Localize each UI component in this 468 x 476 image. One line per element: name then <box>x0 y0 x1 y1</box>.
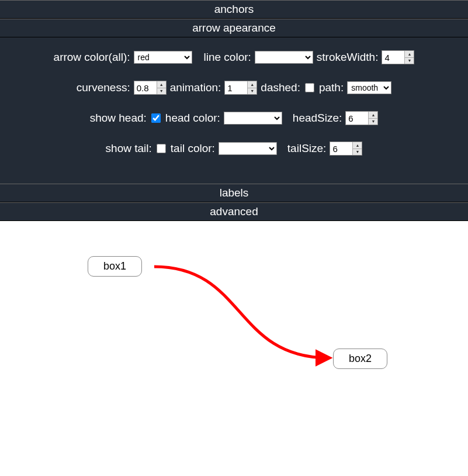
head-size-down[interactable]: ▼ <box>369 119 377 125</box>
tail-size-up[interactable]: ▲ <box>353 142 362 149</box>
row-1: arrow color(all): red line color: stroke… <box>0 50 468 64</box>
arrow-color-select[interactable]: red <box>134 51 192 64</box>
line-color-label: line color: <box>204 51 251 64</box>
animation-spinner[interactable]: ▲ ▼ <box>247 81 256 94</box>
tail-size-input[interactable]: ▲ ▼ <box>330 142 362 156</box>
row-3: show head: head color: headSize: ▲ ▼ <box>0 111 468 125</box>
curveness-down[interactable]: ▼ <box>157 88 166 95</box>
arrow-appearance-body: arrow color(all): red line color: stroke… <box>0 37 468 184</box>
dashed-label: dashed: <box>261 81 300 94</box>
tail-color-select[interactable] <box>219 142 277 155</box>
show-tail-checkbox[interactable] <box>157 144 166 153</box>
head-color-select[interactable] <box>224 112 282 125</box>
stroke-width-up[interactable]: ▲ <box>405 51 414 58</box>
animation-label: animation: <box>170 81 221 94</box>
controls-panel: anchors arrow apearance arrow color(all)… <box>0 0 468 221</box>
arrow-svg <box>0 221 468 455</box>
curveness-field[interactable] <box>134 81 157 94</box>
head-size-up[interactable]: ▲ <box>369 112 377 119</box>
show-head-checkbox[interactable] <box>151 113 161 123</box>
path-label: path: <box>319 81 344 94</box>
section-labels[interactable]: labels <box>0 184 468 202</box>
box1[interactable]: box1 <box>88 256 142 277</box>
dashed-checkbox[interactable] <box>305 83 314 92</box>
head-color-label: head color: <box>165 112 220 125</box>
box2[interactable]: box2 <box>333 349 387 369</box>
stroke-width-label: strokeWidth: <box>317 51 379 64</box>
tail-color-label: tail color: <box>171 142 215 155</box>
line-color-select[interactable] <box>255 51 313 64</box>
arrow-color-label: arrow color(all): <box>54 51 130 64</box>
curveness-input[interactable]: ▲ ▼ <box>134 81 167 95</box>
tail-size-spinner[interactable]: ▲ ▼ <box>352 142 362 155</box>
curveness-spinner[interactable]: ▲ ▼ <box>157 81 166 94</box>
animation-input[interactable]: ▲ ▼ <box>224 81 257 95</box>
show-head-label: show head: <box>90 112 147 125</box>
arrow-path <box>154 267 328 358</box>
show-tail-label: show tail: <box>106 142 152 155</box>
tail-size-label: tailSize: <box>287 142 327 155</box>
canvas-area: box1 box2 <box>0 221 468 455</box>
head-size-spinner[interactable]: ▲ ▼ <box>368 112 377 125</box>
animation-down[interactable]: ▼ <box>248 88 256 95</box>
section-advanced[interactable]: advanced <box>0 202 468 221</box>
stroke-width-field[interactable] <box>382 51 404 64</box>
head-size-field[interactable] <box>346 112 368 125</box>
section-anchors[interactable]: anchors <box>0 0 468 19</box>
curveness-label: curveness: <box>77 81 130 94</box>
section-arrow-appearance[interactable]: arrow apearance <box>0 19 468 37</box>
tail-size-field[interactable] <box>330 142 352 155</box>
stroke-width-spinner[interactable]: ▲ ▼ <box>404 51 414 64</box>
curveness-up[interactable]: ▲ <box>157 81 166 88</box>
path-select[interactable]: smooth <box>347 81 391 94</box>
row-2: curveness: ▲ ▼ animation: ▲ ▼ dashed: pa… <box>0 81 468 95</box>
animation-up[interactable]: ▲ <box>248 81 256 88</box>
row-4: show tail: tail color: tailSize: ▲ ▼ <box>0 142 468 156</box>
animation-field[interactable] <box>225 81 247 94</box>
stroke-width-down[interactable]: ▼ <box>405 58 414 64</box>
stroke-width-input[interactable]: ▲ ▼ <box>382 50 414 64</box>
tail-size-down[interactable]: ▼ <box>353 149 362 156</box>
head-size-label: headSize: <box>293 112 342 125</box>
head-size-input[interactable]: ▲ ▼ <box>345 111 378 125</box>
